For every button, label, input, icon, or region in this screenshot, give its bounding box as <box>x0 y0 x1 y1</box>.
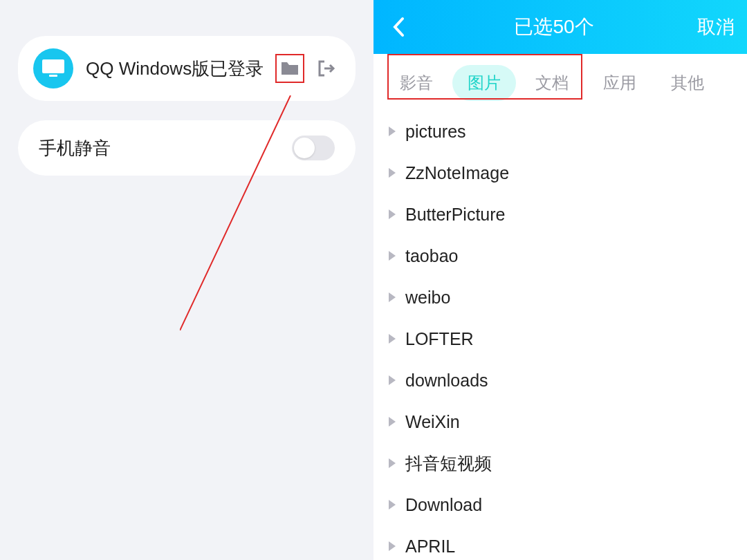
list-item[interactable]: ZzNoteImage <box>389 152 747 194</box>
chevron-right-icon <box>389 541 396 551</box>
logout-button[interactable] <box>311 54 340 83</box>
chevron-right-icon <box>389 209 396 219</box>
list-item[interactable]: APRIL <box>389 525 747 560</box>
tab-apps[interactable]: 应用 <box>588 65 652 101</box>
folder-name: WeiXin <box>405 412 460 432</box>
folder-name: ZzNoteImage <box>405 163 509 183</box>
folder-name: ButterPicture <box>405 205 506 225</box>
list-item[interactable]: 抖音短视频 <box>389 442 747 484</box>
tab-media[interactable]: 影音 <box>385 65 448 101</box>
login-status-text: QQ Windows版已登录 <box>86 57 275 81</box>
mute-label: 手机静音 <box>39 136 111 160</box>
list-item[interactable]: weibo <box>389 277 747 318</box>
cancel-button[interactable]: 取消 <box>697 15 735 39</box>
folder-name: downloads <box>405 371 488 391</box>
svg-rect-0 <box>42 59 64 73</box>
tab-other[interactable]: 其他 <box>656 65 719 101</box>
list-item[interactable]: Download <box>389 484 747 525</box>
list-item[interactable]: ButterPicture <box>389 194 747 235</box>
mute-toggle[interactable] <box>292 136 335 160</box>
chevron-right-icon <box>389 292 396 302</box>
pc-icon <box>33 48 73 88</box>
chevron-right-icon <box>389 127 396 136</box>
mute-card: 手机静音 <box>18 120 356 176</box>
list-item[interactable]: downloads <box>389 360 747 401</box>
login-card: QQ Windows版已登录 <box>18 36 356 101</box>
chevron-right-icon <box>389 375 396 385</box>
list-item[interactable]: taobao <box>389 235 747 277</box>
chevron-right-icon <box>389 417 396 427</box>
folder-name: weibo <box>405 288 450 308</box>
left-panel: QQ Windows版已登录 手机静音 <box>0 0 374 560</box>
folder-name: taobao <box>405 246 458 266</box>
tab-images[interactable]: 图片 <box>452 65 516 101</box>
chevron-right-icon <box>389 500 396 510</box>
folder-name: APRIL <box>405 536 455 557</box>
titlebar: 已选50个 取消 <box>374 0 747 54</box>
right-panel: 已选50个 取消 影音 图片 文档 应用 其他 pictures ZzNoteI… <box>374 0 747 560</box>
chevron-right-icon <box>389 251 396 261</box>
folder-button[interactable] <box>275 54 304 83</box>
back-button[interactable] <box>386 17 411 37</box>
svg-rect-1 <box>49 75 57 77</box>
list-item[interactable]: WeiXin <box>389 401 747 442</box>
chevron-right-icon <box>389 458 396 468</box>
chevron-right-icon <box>389 334 396 344</box>
list-item[interactable]: LOFTER <box>389 318 747 360</box>
category-tabs: 影音 图片 文档 应用 其他 <box>374 54 747 111</box>
chevron-right-icon <box>389 168 396 178</box>
list-item[interactable]: pictures <box>389 111 747 152</box>
folder-list: pictures ZzNoteImage ButterPicture taoba… <box>374 111 747 560</box>
titlebar-title: 已选50个 <box>411 14 697 40</box>
folder-name: 抖音短视频 <box>405 452 492 475</box>
folder-name: pictures <box>405 122 466 142</box>
folder-name: LOFTER <box>405 329 474 349</box>
tab-docs[interactable]: 文档 <box>520 65 584 101</box>
folder-name: Download <box>405 495 482 515</box>
